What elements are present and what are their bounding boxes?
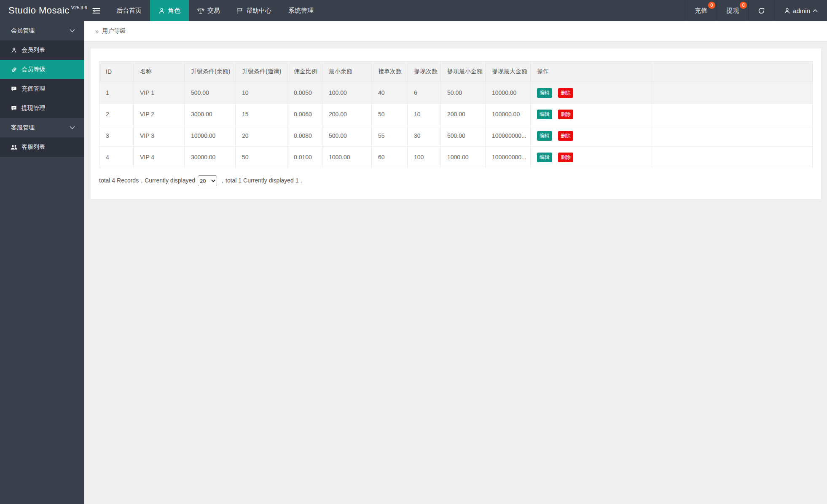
user-menu[interactable]: admin	[774, 0, 827, 21]
cell-empty	[651, 82, 813, 104]
cell-name: VIP 2	[134, 104, 185, 125]
delete-button[interactable]: 删除	[558, 131, 573, 141]
people-icon	[11, 145, 17, 150]
column-header-commission: 佣金比例	[287, 62, 322, 82]
sidebar-item-recharge-management[interactable]: 充值管理	[0, 79, 84, 99]
scales-icon	[197, 8, 204, 14]
column-header-name: 名称	[134, 62, 185, 82]
hamburger-icon	[92, 8, 100, 14]
cell-withdraw-max: 10000.00	[486, 82, 531, 104]
page-size-select[interactable]: 20	[198, 175, 217, 186]
cell-id: 2	[99, 104, 134, 125]
cell-withdraw-count: 6	[408, 82, 441, 104]
person-icon	[158, 8, 165, 14]
sidebar-item-label: 客服列表	[21, 143, 45, 151]
cell-withdraw-count: 10	[408, 104, 441, 125]
cell-min-balance: 1000.00	[322, 147, 372, 168]
cell-id: 3	[99, 125, 134, 147]
table-row: 3 VIP 3 10000.00 20 0.0080 500.00 55 30 …	[99, 125, 813, 147]
cell-upgrade-invite: 10	[236, 82, 287, 104]
cell-upgrade-invite: 15	[236, 104, 287, 125]
cell-actions: 编辑 删除	[531, 147, 651, 168]
cell-empty	[651, 147, 813, 168]
cell-withdraw-max: 100000000...	[486, 147, 531, 168]
chevron-up-icon	[813, 9, 818, 12]
table-header-row: ID 名称 升级条件(余额) 升级条件(邀请) 佣金比例 最小余额 接单次数 提…	[99, 62, 813, 82]
chevron-down-icon	[70, 29, 75, 32]
withdraw-badge: 0	[740, 2, 747, 9]
delete-button[interactable]: 删除	[558, 153, 573, 162]
nav-tab-home[interactable]: 后台首页	[108, 0, 150, 21]
person-icon	[784, 8, 790, 14]
cell-name: VIP 3	[134, 125, 185, 147]
cell-id: 1	[99, 82, 134, 104]
nav-tab-trade[interactable]: 交易	[189, 0, 228, 21]
link-icon	[11, 67, 17, 73]
pagination-page-text: ，total 1 Currently displayed 1 。	[220, 177, 306, 185]
column-header-withdraw-min: 提现最小金额	[441, 62, 486, 82]
edit-button[interactable]: 编辑	[537, 88, 552, 98]
app-title: Studio Mosaic	[8, 5, 70, 16]
sidebar-item-withdraw-management[interactable]: 提现管理	[0, 99, 84, 118]
nav-tab-label: 角色	[168, 7, 180, 15]
pagination: total 4 Records，Currently displayed 20 ，…	[99, 175, 813, 186]
cell-empty	[651, 125, 813, 147]
recharge-badge: 0	[708, 2, 715, 9]
column-header-upgrade-invite: 升级条件(邀请)	[236, 62, 287, 82]
edit-button[interactable]: 编辑	[537, 110, 552, 119]
cell-commission: 0.0060	[287, 104, 322, 125]
nav-tab-help-center[interactable]: 帮助中心	[228, 0, 280, 21]
pagination-total-text: total 4 Records，Currently displayed	[99, 177, 195, 185]
recharge-label: 充值	[695, 7, 707, 15]
sidebar-item-member-level[interactable]: 会员等级	[0, 60, 84, 79]
cell-name: VIP 4	[134, 147, 185, 168]
column-header-id: ID	[99, 62, 134, 82]
sidebar-item-label: 会员列表	[21, 46, 45, 54]
recharge-button[interactable]: 充值 0	[685, 0, 717, 21]
breadcrumb-separator: »	[95, 27, 99, 35]
topbar: Studio Mosaic V25.3.6 后台首页 角色 交易	[0, 0, 827, 21]
cell-withdraw-min: 500.00	[441, 125, 486, 147]
cell-id: 4	[99, 147, 134, 168]
cell-upgrade-balance: 500.00	[185, 82, 236, 104]
cell-commission: 0.0100	[287, 147, 322, 168]
app-version: V25.3.6	[71, 5, 87, 10]
sidebar-item-label: 提现管理	[21, 105, 45, 112]
column-header-actions: 操作	[531, 62, 651, 82]
cell-order-count: 40	[372, 82, 408, 104]
refresh-button[interactable]	[748, 0, 774, 21]
main-nav: 后台首页 角色 交易 帮助中心 系统管理	[108, 0, 322, 21]
edit-button[interactable]: 编辑	[537, 131, 552, 141]
sidebar-item-service-list[interactable]: 客服列表	[0, 137, 84, 157]
cell-commission: 0.0050	[287, 82, 322, 104]
sidebar-item-label: 会员等级	[21, 66, 45, 73]
cell-min-balance: 200.00	[322, 104, 372, 125]
sidebar: 会员管理 会员列表 会员等级	[0, 21, 84, 504]
column-header-min-balance: 最小余额	[322, 62, 372, 82]
withdraw-button[interactable]: 提现 0	[717, 0, 748, 21]
nav-tab-label: 交易	[207, 7, 220, 15]
comment-icon	[11, 105, 17, 111]
sidebar-group-service-management[interactable]: 客服管理	[0, 118, 84, 137]
sidebar-item-member-list[interactable]: 会员列表	[0, 40, 84, 60]
comment-icon	[11, 86, 17, 92]
cell-actions: 编辑 删除	[531, 82, 651, 104]
cell-name: VIP 1	[134, 82, 185, 104]
column-header-withdraw-count: 提现次数	[408, 62, 441, 82]
username: admin	[793, 7, 810, 14]
cell-commission: 0.0080	[287, 125, 322, 147]
column-header-upgrade-balance: 升级条件(余额)	[185, 62, 236, 82]
sidebar-group-member-management[interactable]: 会员管理	[0, 21, 84, 40]
topbar-right: 充值 0 提现 0 admin	[685, 0, 827, 21]
delete-button[interactable]: 删除	[558, 88, 573, 98]
cell-order-count: 60	[372, 147, 408, 168]
sidebar-item-label: 充值管理	[21, 85, 45, 93]
cell-withdraw-count: 100	[408, 147, 441, 168]
column-header-empty	[651, 62, 813, 82]
table-row: 2 VIP 2 3000.00 15 0.0060 200.00 50 10 2…	[99, 104, 813, 125]
sidebar-toggle-button[interactable]	[84, 0, 108, 21]
nav-tab-roles[interactable]: 角色	[150, 0, 189, 21]
edit-button[interactable]: 编辑	[537, 153, 552, 162]
delete-button[interactable]: 删除	[558, 110, 573, 119]
nav-tab-system[interactable]: 系统管理	[280, 0, 322, 21]
